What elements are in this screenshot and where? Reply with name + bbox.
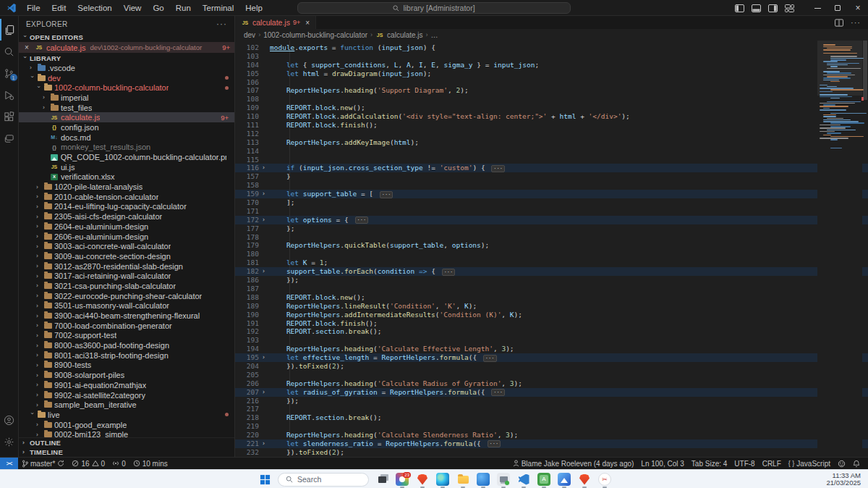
timeline-section[interactable]: › TIMELINE <box>19 447 234 457</box>
chat-remote-icon[interactable] <box>0 127 19 149</box>
explorer-actions-icon[interactable]: ··· <box>216 19 227 29</box>
settings-gear-icon[interactable] <box>0 431 19 453</box>
tree-item-9008-solarport-piles[interactable]: ›9008-solarport-piles <box>19 370 234 380</box>
code-line-158[interactable]: 158 <box>235 181 868 190</box>
chevron-right-icon[interactable]: › <box>29 64 35 71</box>
code-line-187[interactable]: 187 <box>235 285 868 293</box>
chevron-right-icon[interactable]: › <box>35 214 41 220</box>
code-line-110[interactable]: 110 REPORT.block.addCalculation('<div st… <box>235 112 868 121</box>
breadcrumb-item[interactable]: calculate.js <box>387 31 422 39</box>
chevron-right-icon[interactable]: › <box>35 313 41 319</box>
eol-item[interactable]: CRLF <box>759 458 785 470</box>
vscode-icon[interactable] <box>516 471 532 488</box>
chevron-right-icon[interactable]: › <box>35 402 41 408</box>
code-line-116[interactable]: 116› if (input_json.cross_section_type !… <box>235 164 868 172</box>
code-line-186[interactable]: 186 }); <box>235 276 868 285</box>
code-line-190[interactable]: 190 ReportHelpers.addIntermediateResults… <box>235 311 868 319</box>
code-line-220[interactable]: 220 ReportHelpers.heading('Calculate Sle… <box>235 431 868 439</box>
notifications-bell-icon[interactable] <box>849 458 864 470</box>
code-editor[interactable]: 102module.exports = function (input_json… <box>235 41 868 457</box>
tree-item-monkey-test-results-json[interactable]: {}monkey_test_results.json <box>19 143 234 153</box>
code-line-114[interactable]: 114 <box>235 147 868 156</box>
tree-item-2606-eu-aluminium-design[interactable]: ›2606-eu-aluminium-design <box>19 232 234 242</box>
chevron-right-icon[interactable]: › <box>35 421 41 428</box>
tree-item-calculate-js[interactable]: JScalculate.js9+ <box>19 112 234 122</box>
tree-item-2604-eu-aluminium-design[interactable]: ›2604-eu-aluminium-design <box>19 222 234 232</box>
feedback-smiley-icon[interactable] <box>834 458 849 470</box>
minimap[interactable] <box>817 41 862 457</box>
code-line-106[interactable]: 106 <box>235 78 868 87</box>
close-icon[interactable]: × <box>25 43 32 51</box>
scanner-icon[interactable] <box>495 471 511 488</box>
minimize-button[interactable] <box>807 0 827 16</box>
code-line-189[interactable]: 189 ReportHelpers.lineResult('Condition'… <box>235 302 868 311</box>
chevron-right-icon[interactable]: › <box>35 193 41 200</box>
command-center-search[interactable]: library [Administrator] <box>297 2 571 14</box>
chevron-right-icon[interactable]: › <box>35 372 41 379</box>
fold-chevron-icon[interactable]: › <box>260 388 267 397</box>
menu-selection[interactable]: Selection <box>72 2 116 14</box>
photos-icon[interactable] <box>556 471 572 488</box>
code-line-217[interactable]: 217 <box>235 405 868 413</box>
start-button[interactable] <box>257 471 273 487</box>
folded-region-icon[interactable]: ··· <box>491 389 505 396</box>
chevron-right-icon[interactable]: › <box>35 322 41 329</box>
chevron-right-icon[interactable]: › <box>35 263 41 269</box>
code-line-105[interactable]: 105 let html = drawDiagram(input_json); <box>235 70 868 78</box>
menu-edit[interactable]: Edit <box>47 2 72 14</box>
chevron-right-icon[interactable]: › <box>35 432 41 437</box>
editor-more-actions-icon[interactable]: ··· <box>851 18 861 27</box>
git-branch-item[interactable]: master* <box>18 458 68 470</box>
fold-chevron-icon[interactable]: › <box>260 267 267 276</box>
chevron-right-icon[interactable]: › <box>35 273 41 279</box>
tree-item-1020-pile-lateral-analysis[interactable]: ›1020-pile-lateral-analysis <box>19 182 234 192</box>
tree-item-3009-au-concrete-section-design[interactable]: ›3009-au-concrete-section-design <box>19 251 234 261</box>
code-line-180[interactable]: 180 <box>235 250 868 258</box>
menu-go[interactable]: Go <box>148 2 169 14</box>
code-line-204[interactable]: 204 }).toFixed(2); <box>235 362 868 371</box>
chevron-right-icon[interactable]: › <box>35 293 41 299</box>
encoding-item[interactable]: UTF-8 <box>731 458 758 470</box>
tree-item-0001-good-example[interactable]: ›0001-good_example <box>19 420 234 430</box>
menu-help[interactable]: Help <box>240 2 268 14</box>
language-mode-item[interactable]: { } JavaScript <box>785 458 834 470</box>
tree-item-docs-md[interactable]: M↓docs.md <box>19 132 234 143</box>
code-line-177[interactable]: 177 }; <box>235 224 868 233</box>
chevron-right-icon[interactable]: › <box>35 352 41 358</box>
ports-item[interactable]: 0 <box>109 458 129 470</box>
code-line-113[interactable]: 113 ReportHelpers.addKeyImage(html); <box>235 138 868 147</box>
chevron-right-icon[interactable]: › <box>35 303 41 309</box>
chevron-right-icon[interactable]: › <box>35 282 41 289</box>
fold-chevron-icon[interactable]: › <box>260 216 267 224</box>
tree-item-3012-as2870-residential-slab-design[interactable]: ›3012-as2870-residential-slab-design <box>19 261 234 272</box>
chevron-down-icon[interactable]: › <box>29 412 35 418</box>
file-explorer-icon[interactable] <box>455 471 471 488</box>
remote-indicator[interactable]: >< <box>0 458 18 470</box>
fold-chevron-icon[interactable]: › <box>260 190 267 198</box>
tree-item-3017-aci-retaining-wall-calculator[interactable]: ›3017-aci-retaining-wall-calculator <box>19 271 234 281</box>
chevron-right-icon[interactable]: › <box>35 203 41 210</box>
folded-region-icon[interactable]: ··· <box>380 191 393 198</box>
taskbar-search[interactable]: Search <box>278 473 369 487</box>
green-app-icon[interactable]: A <box>536 471 552 488</box>
folded-region-icon[interactable]: ··· <box>488 440 501 447</box>
tree-item-8900-tests[interactable]: ›8900-tests <box>19 361 234 371</box>
tree-item-sample-beam-iterative[interactable]: ›sample_beam_iterative <box>19 400 234 410</box>
chevron-right-icon[interactable]: › <box>35 253 41 259</box>
tree-item-verification-xlsx[interactable]: Xverification.xlsx <box>19 172 234 182</box>
tree-item-test-files[interactable]: ›test_files <box>19 103 234 113</box>
tree-item-2305-aisi-cfs-design-calculator[interactable]: ›2305-aisi-cfs-design-calculator <box>19 211 234 222</box>
code-line-206[interactable]: 206 ReportHelpers.heading('Calculate Rad… <box>235 379 868 388</box>
code-line-188[interactable]: 188 REPORT.block.new(); <box>235 293 868 302</box>
tab-close-icon[interactable]: × <box>305 19 310 27</box>
code-line-157[interactable]: 157 } <box>235 172 868 181</box>
code-line-102[interactable]: 102module.exports = function (input_json… <box>235 43 868 52</box>
code-line-181[interactable]: 181 let K = 1; <box>235 258 868 267</box>
chevron-right-icon[interactable]: › <box>35 223 41 230</box>
brave-2-icon[interactable] <box>576 471 592 488</box>
search-icon[interactable] <box>0 41 19 62</box>
brave-icon[interactable] <box>414 471 430 488</box>
chevron-right-icon[interactable]: › <box>35 392 41 398</box>
folded-region-icon[interactable]: ··· <box>355 216 369 224</box>
tree-item-config-json[interactable]: {}config.json <box>19 122 234 132</box>
